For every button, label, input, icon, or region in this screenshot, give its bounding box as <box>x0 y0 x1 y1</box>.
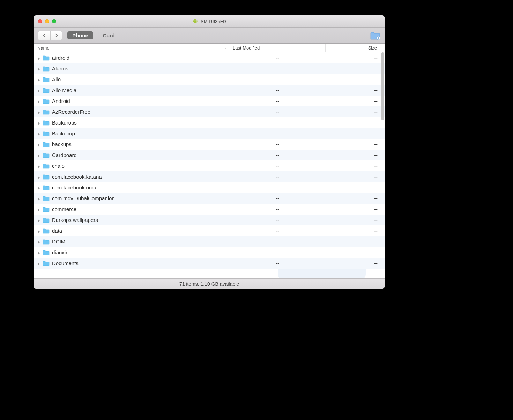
traffic-lights <box>34 19 56 23</box>
table-row[interactable]: Documents---- <box>34 258 385 269</box>
scrollbar-thumb[interactable] <box>381 52 384 120</box>
cell-size: -- <box>326 195 385 201</box>
disclosure-triangle-icon[interactable] <box>37 175 41 179</box>
cell-size: -- <box>326 228 385 234</box>
svg-rect-1 <box>193 20 193 22</box>
close-button[interactable] <box>38 19 42 23</box>
cell-size: -- <box>326 130 385 136</box>
column-header-size[interactable]: Size <box>326 44 385 52</box>
disclosure-triangle-icon[interactable] <box>37 142 41 147</box>
folder-icon <box>43 207 50 212</box>
disclosure-triangle-icon[interactable] <box>37 196 41 201</box>
item-name: DCIM <box>52 239 65 245</box>
disclosure-triangle-icon[interactable] <box>37 186 41 190</box>
disclosure-triangle-icon[interactable] <box>37 240 41 244</box>
disclosure-triangle-icon[interactable] <box>37 88 41 92</box>
forward-button[interactable] <box>50 31 62 40</box>
table-row[interactable]: Backdrops---- <box>34 117 385 128</box>
status-text: 71 items, 1.10 GB available <box>179 281 239 287</box>
zoom-button[interactable] <box>52 19 56 23</box>
cell-size: -- <box>326 141 385 147</box>
table-row[interactable]: com.mdv.DubaiCompanion---- <box>34 193 385 204</box>
disclosure-triangle-icon[interactable] <box>37 132 41 136</box>
status-bar: 71 items, 1.10 GB available <box>34 278 385 289</box>
table-row[interactable]: Android---- <box>34 96 385 106</box>
new-folder-icon <box>370 31 380 40</box>
cell-size: -- <box>326 120 385 126</box>
table-row[interactable]: chalo---- <box>34 160 385 171</box>
disclosure-triangle-icon[interactable] <box>37 121 41 125</box>
file-list[interactable]: airdroid----Alarms----Allo----Allo Media… <box>34 52 385 278</box>
cell-name: Documents <box>34 260 229 266</box>
item-name: Alarms <box>52 66 68 72</box>
column-header-name[interactable]: Name ︿ <box>34 44 229 52</box>
folder-icon <box>43 174 50 180</box>
cell-last-modified: -- <box>229 130 326 136</box>
disclosure-triangle-icon[interactable] <box>37 261 41 265</box>
cell-last-modified: -- <box>229 174 326 180</box>
column-header-last-modified[interactable]: Last Modified <box>229 44 326 52</box>
item-name: Android <box>52 98 70 104</box>
item-name: chalo <box>52 163 65 169</box>
table-row[interactable]: backups---- <box>34 139 385 150</box>
table-row[interactable]: com.facebook.katana---- <box>34 171 385 182</box>
disclosure-triangle-icon[interactable] <box>37 153 41 157</box>
item-name: Darkops wallpapers <box>52 217 98 223</box>
disclosure-triangle-icon[interactable] <box>37 99 41 103</box>
tab-card[interactable]: Card <box>98 31 120 39</box>
folder-icon <box>43 120 50 126</box>
tab-phone[interactable]: Phone <box>67 31 93 39</box>
disclosure-triangle-icon[interactable] <box>37 164 41 168</box>
cell-name: airdroid <box>34 55 229 61</box>
table-row[interactable]: Darkops wallpapers---- <box>34 215 385 225</box>
disclosure-triangle-icon[interactable] <box>37 207 41 211</box>
folder-icon <box>43 152 50 158</box>
cell-name: Alarms <box>34 66 229 72</box>
back-button[interactable] <box>38 31 50 40</box>
svg-point-7 <box>194 20 195 20</box>
cell-size: -- <box>326 174 385 180</box>
column-header-name-label: Name <box>37 45 50 51</box>
window-title-group: SM-G935FD <box>192 18 226 24</box>
table-row[interactable]: AzRecorderFree---- <box>34 106 385 117</box>
disclosure-triangle-icon[interactable] <box>37 250 41 255</box>
item-name: Cardboard <box>52 152 77 158</box>
table-row[interactable]: Backucup---- <box>34 128 385 139</box>
item-name: Backdrops <box>52 120 77 126</box>
cell-size: -- <box>326 55 385 61</box>
table-row[interactable]: airdroid---- <box>34 52 385 63</box>
cell-last-modified: -- <box>229 55 326 61</box>
table-row[interactable]: com.facebook.orca---- <box>34 182 385 193</box>
cell-last-modified: -- <box>229 141 326 147</box>
disclosure-triangle-icon[interactable] <box>37 110 41 114</box>
new-folder-button[interactable] <box>370 31 380 40</box>
cell-size: -- <box>326 239 385 245</box>
cell-name: Allo <box>34 76 229 82</box>
table-row[interactable]: DCIM---- <box>34 236 385 247</box>
window-title: SM-G935FD <box>201 19 226 24</box>
table-row[interactable]: Allo Media---- <box>34 85 385 96</box>
minimize-button[interactable] <box>45 19 49 23</box>
table-row[interactable]: Alarms---- <box>34 63 385 74</box>
disclosure-triangle-icon[interactable] <box>37 77 41 82</box>
cell-last-modified: -- <box>229 249 326 255</box>
table-row[interactable]: commerce---- <box>34 204 385 215</box>
cell-size: -- <box>326 87 385 93</box>
disclosure-triangle-icon[interactable] <box>37 56 41 60</box>
cell-last-modified: -- <box>229 76 326 82</box>
cell-size: -- <box>326 185 385 190</box>
disclosure-triangle-icon[interactable] <box>37 229 41 233</box>
folder-icon <box>43 109 50 115</box>
table-row[interactable]: Cardboard---- <box>34 150 385 160</box>
disclosure-triangle-icon[interactable] <box>37 67 41 71</box>
folder-icon <box>43 185 50 190</box>
disclosure-triangle-icon[interactable] <box>37 218 41 222</box>
cell-name: Backdrops <box>34 120 229 126</box>
folder-icon <box>43 228 50 234</box>
cell-name: Allo Media <box>34 87 229 93</box>
column-header-size-label: Size <box>368 45 377 51</box>
table-row[interactable]: data---- <box>34 225 385 236</box>
table-row[interactable]: dianxin---- <box>34 247 385 258</box>
table-row[interactable]: Allo---- <box>34 74 385 85</box>
folder-icon <box>43 217 50 223</box>
